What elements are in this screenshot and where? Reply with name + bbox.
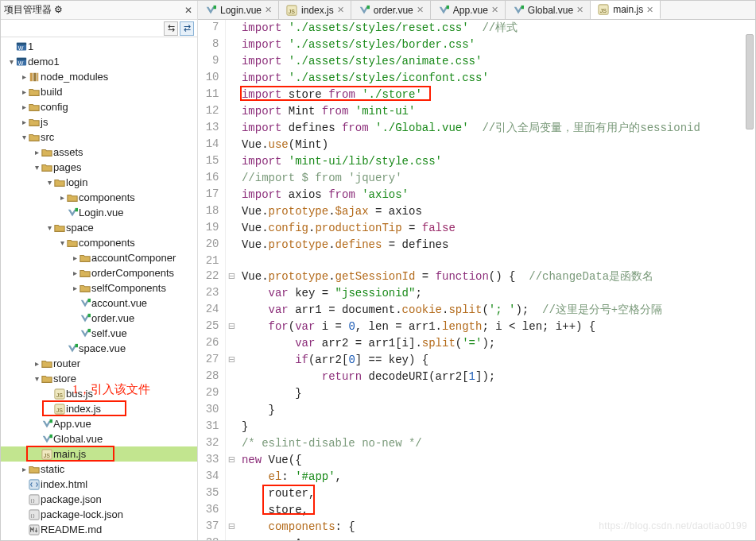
- editor-tab[interactable]: order.vue✕: [351, 1, 431, 19]
- code-line[interactable]: 17import axios from 'axios': [198, 187, 755, 203]
- tree-file[interactable]: { }package.json: [1, 492, 197, 507]
- tree-twisty-icon[interactable]: ▸: [33, 148, 41, 157]
- tree-folder[interactable]: ▾Wdemo1: [1, 54, 197, 69]
- code-text[interactable]: var arr2 = arr1[i].split('=');: [237, 335, 755, 352]
- code-line[interactable]: 18Vue.prototype.$ajax = axios: [198, 203, 755, 220]
- fold-toggle-icon[interactable]: ⊟: [226, 269, 237, 285]
- tree-file[interactable]: Login.vue: [1, 205, 197, 220]
- tree-folder[interactable]: ▾src: [1, 129, 197, 145]
- code-text[interactable]: }: [237, 385, 755, 402]
- tree-twisty-icon[interactable]: ▸: [20, 102, 28, 111]
- code-line[interactable]: 29 }: [198, 385, 755, 402]
- code-text[interactable]: var arr1 = document.cookie.split('; '); …: [237, 302, 755, 319]
- tab-close-icon[interactable]: ✕: [265, 5, 272, 15]
- editor-tab[interactable]: Global.vue✕: [506, 1, 591, 19]
- toolbar-collapse-button[interactable]: ⇆: [164, 21, 178, 36]
- editor-tab[interactable]: Login.vue✕: [198, 1, 279, 19]
- code-line[interactable]: 20Vue.prototype.defines = defines: [198, 237, 755, 253]
- code-text[interactable]: el: '#app',: [237, 469, 755, 485]
- tree-file[interactable]: self.vue: [1, 326, 197, 341]
- code-text[interactable]: Vue.prototype.$ajax = axios: [237, 203, 755, 220]
- code-line[interactable]: 13import defines from './Global.vue' //引…: [198, 120, 755, 137]
- code-text[interactable]: //import $ from 'jquery': [237, 170, 755, 187]
- code-text[interactable]: }: [237, 419, 755, 435]
- code-line[interactable]: 12import Mint from 'mint-ui': [198, 103, 755, 120]
- code-line[interactable]: 37⊟ components: {: [198, 519, 755, 535]
- code-line[interactable]: 30 }: [198, 402, 755, 419]
- tree-twisty-icon[interactable]: ▸: [20, 72, 28, 81]
- code-line[interactable]: 32/* eslint-disable no-new */: [198, 435, 755, 452]
- code-line[interactable]: 24 var arr1 = document.cookie.split('; '…: [198, 302, 755, 319]
- tree-twisty-icon[interactable]: ▸: [20, 87, 28, 96]
- code-text[interactable]: Vue.prototype.getSessionId = function() …: [237, 269, 755, 285]
- code-text[interactable]: Vue.prototype.defines = defines: [237, 237, 755, 253]
- tab-close-icon[interactable]: ✕: [337, 5, 344, 15]
- code-text[interactable]: for(var i = 0, len = arr1.length; i < le…: [237, 319, 755, 335]
- code-line[interactable]: 16//import $ from 'jquery': [198, 170, 755, 187]
- code-text[interactable]: import './assets/styles/iconfont.css': [237, 70, 755, 87]
- tree-file[interactable]: README.md: [1, 522, 197, 537]
- panel-close-icon[interactable]: ✕: [183, 5, 194, 16]
- code-text[interactable]: components: {: [237, 519, 755, 535]
- scrollbar-track[interactable]: [744, 20, 755, 540]
- code-line[interactable]: 35 router,: [198, 485, 755, 502]
- tree-file[interactable]: order.vue: [1, 311, 197, 326]
- tab-close-icon[interactable]: ✕: [646, 5, 653, 15]
- fold-toggle-icon[interactable]: ⊟: [226, 352, 237, 369]
- code-line[interactable]: 9import './assets/styles/animate.css': [198, 53, 755, 70]
- tab-close-icon[interactable]: ✕: [491, 5, 498, 15]
- tree-folder[interactable]: ▸node_modules: [1, 69, 197, 84]
- code-text[interactable]: import defines from './Global.vue' //引入全…: [237, 120, 755, 137]
- fold-toggle-icon[interactable]: ⊟: [226, 319, 237, 335]
- scrollbar-thumb[interactable]: [746, 34, 754, 129]
- code-text[interactable]: Vue.use(Mint): [237, 137, 755, 153]
- tree-folder[interactable]: ▸accountComponer: [1, 250, 197, 265]
- tree-file[interactable]: Global.vue: [1, 431, 197, 446]
- code-text[interactable]: import './assets/styles/border.css': [237, 37, 755, 53]
- tree-folder[interactable]: ▸config: [1, 99, 197, 114]
- tree-twisty-icon[interactable]: ▾: [7, 57, 15, 66]
- tab-close-icon[interactable]: ✕: [576, 5, 583, 15]
- code-text[interactable]: new Vue({: [237, 452, 755, 469]
- tree-folder[interactable]: ▸router: [1, 356, 197, 371]
- tree-file[interactable]: JSindex.js: [1, 401, 197, 416]
- fold-toggle-icon[interactable]: ⊟: [226, 519, 237, 535]
- code-text[interactable]: [237, 253, 755, 269]
- tree-file[interactable]: JSmain.js: [1, 446, 197, 462]
- tree-folder[interactable]: ▾login: [1, 175, 197, 190]
- code-line[interactable]: 38 App: [198, 535, 755, 540]
- tree-file[interactable]: W1: [1, 39, 197, 54]
- tree-twisty-icon[interactable]: ▸: [71, 269, 79, 277]
- tree-folder[interactable]: ▸assets: [1, 145, 197, 160]
- tree-twisty-icon[interactable]: ▸: [58, 193, 66, 202]
- code-editor[interactable]: 7import './assets/styles/reset.css' //样式…: [198, 20, 755, 540]
- code-line[interactable]: 27⊟ if(arr2[0] == key) {: [198, 352, 755, 369]
- tree-folder[interactable]: ▾space: [1, 220, 197, 235]
- code-text[interactable]: if(arr2[0] == key) {: [237, 352, 755, 369]
- tree-folder[interactable]: ▾pages: [1, 160, 197, 175]
- code-line[interactable]: 33⊟new Vue({: [198, 452, 755, 469]
- tree-folder[interactable]: ▾components: [1, 235, 197, 250]
- code-line[interactable]: 28 return decodeURI(arr2[1]);: [198, 369, 755, 385]
- code-text[interactable]: import 'mint-ui/lib/style.css': [237, 153, 755, 170]
- tree-folder[interactable]: ▸orderComponents: [1, 265, 197, 280]
- editor-tab[interactable]: JSindex.js✕: [279, 1, 351, 19]
- tree-folder[interactable]: ▸static: [1, 462, 197, 477]
- tree-folder[interactable]: ▾store: [1, 371, 197, 386]
- code-line[interactable]: 10import './assets/styles/iconfont.css': [198, 70, 755, 87]
- tree-file[interactable]: JSbus.js: [1, 386, 197, 401]
- code-text[interactable]: /* eslint-disable no-new */: [237, 435, 755, 452]
- code-text[interactable]: var key = "jsessionid";: [237, 285, 755, 302]
- tree-folder[interactable]: ▸selfComponents: [1, 280, 197, 296]
- tree-twisty-icon[interactable]: ▸: [71, 253, 79, 262]
- code-line[interactable]: 14Vue.use(Mint): [198, 137, 755, 153]
- tree-file[interactable]: account.vue: [1, 296, 197, 311]
- code-line[interactable]: 36 store,: [198, 502, 755, 519]
- code-line[interactable]: 23 var key = "jsessionid";: [198, 285, 755, 302]
- code-text[interactable]: Vue.config.productionTip = false: [237, 220, 755, 237]
- file-tree[interactable]: 1，引入该文件 W1▾Wdemo1▸node_modules▸build▸con…: [1, 37, 197, 540]
- tree-file[interactable]: index.html: [1, 477, 197, 492]
- tree-twisty-icon[interactable]: ▸: [20, 465, 28, 473]
- tree-twisty-icon[interactable]: ▸: [33, 359, 41, 368]
- code-line[interactable]: 26 var arr2 = arr1[i].split('=');: [198, 335, 755, 352]
